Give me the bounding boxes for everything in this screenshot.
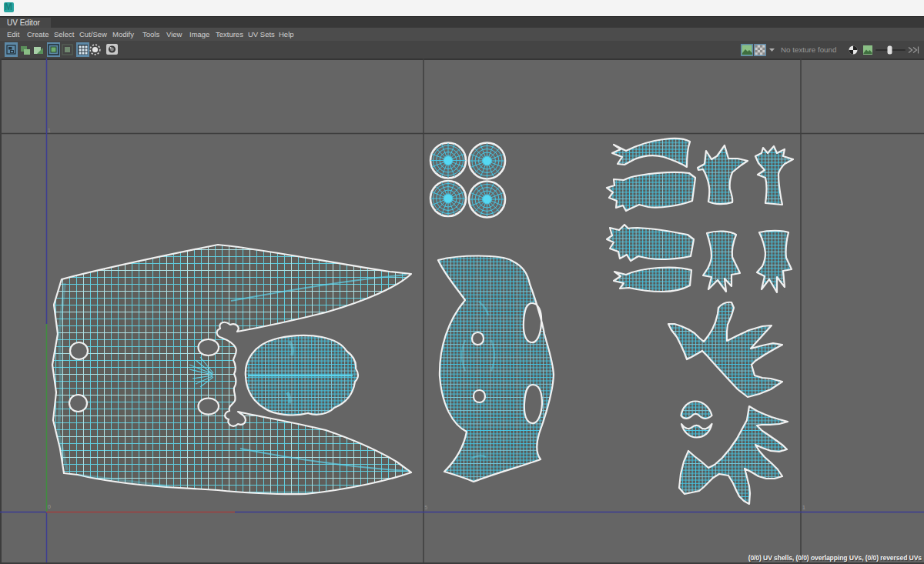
svg-text:1: 1 <box>48 128 51 133</box>
svg-text:0: 0 <box>48 504 51 509</box>
svg-text:5: 5 <box>425 505 428 510</box>
svg-text:No texture found: No texture found <box>781 45 836 54</box>
svg-text:1: 1 <box>802 505 805 510</box>
